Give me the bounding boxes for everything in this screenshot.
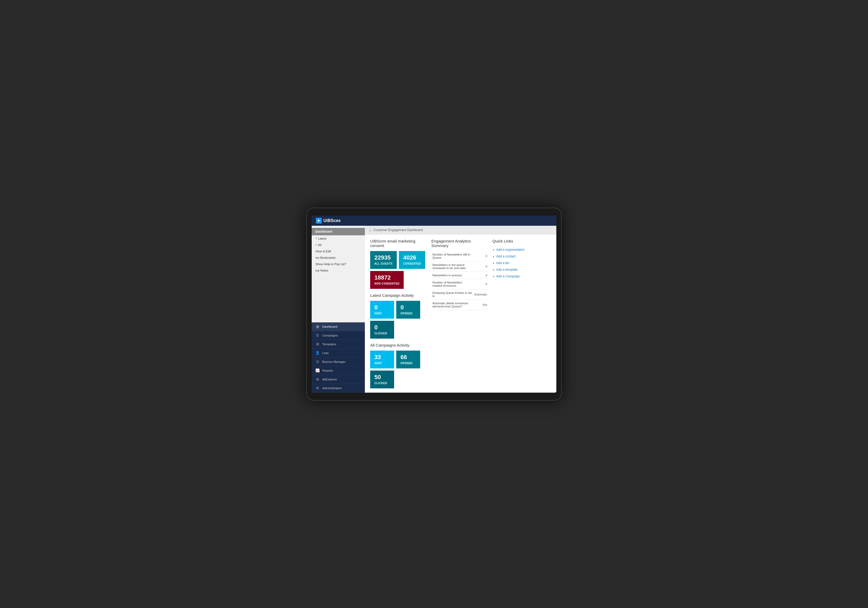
consent-title: UIBScrm email marketing consent: [370, 239, 427, 248]
reports-icon: 📈: [315, 369, 320, 373]
quick-link-label: Add a contact: [496, 255, 516, 258]
sidebar-item-templates[interactable]: ⊞ Templates: [312, 340, 365, 349]
quick-links-section: Quick Links +Add a segmentation+Add a co…: [493, 239, 551, 280]
all-sent-label: SENT: [374, 362, 390, 365]
sidebar-item-dashboard[interactable]: ▦ Dashboard: [312, 322, 365, 331]
app-title: UiBSces: [323, 218, 341, 223]
quick-link-add-segmentation[interactable]: +Add a segmentation: [493, 247, 551, 253]
non-consented-number: 18872: [374, 275, 400, 281]
analytics-row: Newsletters in the queue scheduled to be…: [431, 261, 488, 272]
analytics-row-label: Automatic delete erroneous elements from…: [431, 300, 473, 310]
analytics-row-value: 0: [473, 251, 488, 261]
latest-campaign-section: Latest Campaign Activity 0 SENT 0 OPENED: [370, 293, 427, 339]
analytics-row: Automatic delete erroneous elements from…: [431, 300, 488, 310]
analytics-row-value: 0: [473, 272, 488, 279]
consented-number: 4026: [403, 255, 421, 261]
plus-icon: +: [493, 248, 494, 252]
sidebar: Dashboard > Latest > All View & Edit my …: [312, 226, 365, 393]
all-campaigns-boxes: 33 SENT 66 OPENED: [370, 351, 427, 369]
quick-link-add-template[interactable]: +Add a template: [493, 266, 551, 273]
plus-icon: +: [493, 274, 494, 278]
latest-opened-label: OPENED: [400, 312, 416, 315]
analytics-row-label: Number of Newsletters marked erroneous: [431, 279, 473, 289]
analytics-row-label: Emptying Queue Entries is set to: [431, 289, 473, 300]
left-column: UIBScrm email marketing consent 22935 AL…: [370, 239, 427, 389]
latest-clicked-box: 0 CLICKED: [370, 321, 394, 339]
sidebar-nav-bookmarks[interactable]: my Bookmarks: [312, 255, 365, 261]
analytics-row-value: Automatic: [473, 289, 488, 300]
sidebar-item-reports[interactable]: 📈 Reports: [312, 366, 365, 375]
sidebar-item-dbexplorer[interactable]: ⊞ dbExplorer: [312, 375, 365, 384]
quick-link-add-list[interactable]: +Add a list: [493, 260, 551, 266]
all-guests-number: 22935: [374, 255, 392, 261]
sidebar-item-administration[interactable]: ⚙ Administration: [312, 384, 365, 393]
latest-opened-box: 0 OPENED: [396, 301, 420, 319]
consent-box-all-guests: 22935 ALL GUESTS: [370, 251, 397, 269]
latest-campaign-title: Latest Campaign Activity: [370, 293, 427, 298]
analytics-section: Engagement Analytics Summary Number of N…: [431, 239, 488, 310]
quick-link-label: Add a list: [496, 261, 509, 265]
sidebar-item-campaigns[interactable]: ☰ Campaigns: [312, 331, 365, 340]
campaigns-icon: ☰: [315, 333, 320, 337]
dashboard-header-label: Dashboard: [312, 228, 365, 235]
logo-icon: ▶: [316, 218, 322, 224]
analytics-row: Number of Newsletters marked erroneous0: [431, 279, 488, 289]
quick-link-add-campaign[interactable]: +Add a Campaign: [493, 273, 551, 280]
analytics-row-value: 0: [473, 261, 488, 272]
home-icon: ⌂: [369, 228, 371, 232]
sidebar-bottom: ▦ Dashboard ☰ Campaigns ⊞ Templates 👤 Li…: [312, 322, 365, 393]
latest-clicked-label: CLICKED: [374, 332, 390, 335]
top-bar: ▶ UiBSces: [312, 216, 556, 226]
quick-link-label: Add a segmentation: [496, 248, 525, 252]
sidebar-item-bounce[interactable]: ⊟ Bounce Manager: [312, 358, 365, 366]
all-sent-box: 33 SENT: [370, 351, 394, 369]
plus-icon: +: [493, 268, 494, 272]
sidebar-nav-latest[interactable]: > Latest: [312, 235, 365, 242]
analytics-row-label: Number of Newsletters still in Queue: [431, 251, 473, 261]
dbexplorer-icon: ⊞: [315, 377, 320, 381]
lists-icon: 👤: [315, 351, 320, 355]
all-clicked-label: CLICKED: [374, 382, 390, 385]
logo-area: ▶ UiBSces: [316, 218, 341, 224]
sidebar-top: Dashboard > Latest > All View & Edit my …: [312, 226, 365, 322]
analytics-row-value: Yes: [473, 300, 488, 310]
quick-link-label: Add a template: [496, 268, 518, 272]
latest-opened-number: 0: [400, 305, 416, 310]
sidebar-item-lists[interactable]: 👤 Lists: [312, 349, 365, 358]
sidebar-nav-view-edit[interactable]: View & Edit: [312, 248, 365, 255]
breadcrumb-label: Customer Engagement Dashboard: [374, 228, 423, 232]
consent-section: UIBScrm email marketing consent 22935 AL…: [370, 239, 427, 289]
analytics-table: Number of Newsletters still in Queue0New…: [431, 251, 488, 310]
non-consented-label: NON CONSENTED: [374, 282, 400, 285]
sidebar-nav-notes[interactable]: my Notes: [312, 267, 365, 274]
all-campaigns-section: All Campaigns Activity 33 SENT 66 OPENED: [370, 343, 427, 389]
main-layout: Dashboard > Latest > All View & Edit my …: [312, 226, 556, 393]
sidebar-nav-help[interactable]: Show Help in Pop Up?: [312, 261, 365, 267]
all-clicked-number: 50: [374, 374, 390, 380]
analytics-row-value: 0: [473, 279, 488, 289]
analytics-row: Emptying Queue Entries is set toAutomati…: [431, 289, 488, 300]
analytics-title: Engagement Analytics Summary: [431, 239, 488, 248]
analytics-row-label: Newsletters in the queue scheduled to be…: [431, 261, 473, 272]
quick-link-add-contact[interactable]: +Add a contact: [493, 253, 551, 260]
quick-links-title: Quick Links: [493, 239, 551, 243]
administration-icon: ⚙: [315, 386, 320, 390]
latest-sent-number: 0: [374, 305, 390, 310]
all-guests-label: ALL GUESTS: [374, 262, 392, 265]
bounce-icon: ⊟: [315, 360, 320, 364]
templates-icon: ⊞: [315, 342, 320, 346]
analytics-row: Number of Newsletters still in Queue0: [431, 251, 488, 261]
all-campaigns-title: All Campaigns Activity: [370, 343, 427, 347]
device-frame: ▶ UiBSces Dashboard > Latest > All: [306, 208, 562, 401]
latest-campaign-row2: 0 CLICKED: [370, 321, 427, 339]
screen: ▶ UiBSces Dashboard > Latest > All: [312, 216, 556, 393]
analytics-row-label: Newsletters in process: [431, 272, 473, 279]
chevron-icon: >: [315, 237, 317, 240]
all-opened-label: OPENED: [400, 362, 416, 365]
sidebar-nav-all[interactable]: > All: [312, 242, 365, 248]
all-opened-box: 66 OPENED: [396, 351, 420, 369]
latest-campaign-boxes: 0 SENT 0 OPENED: [370, 301, 427, 319]
all-campaigns-row2: 50 CLICKED: [370, 370, 427, 389]
all-opened-number: 66: [400, 354, 416, 360]
all-sent-number: 33: [374, 354, 390, 360]
